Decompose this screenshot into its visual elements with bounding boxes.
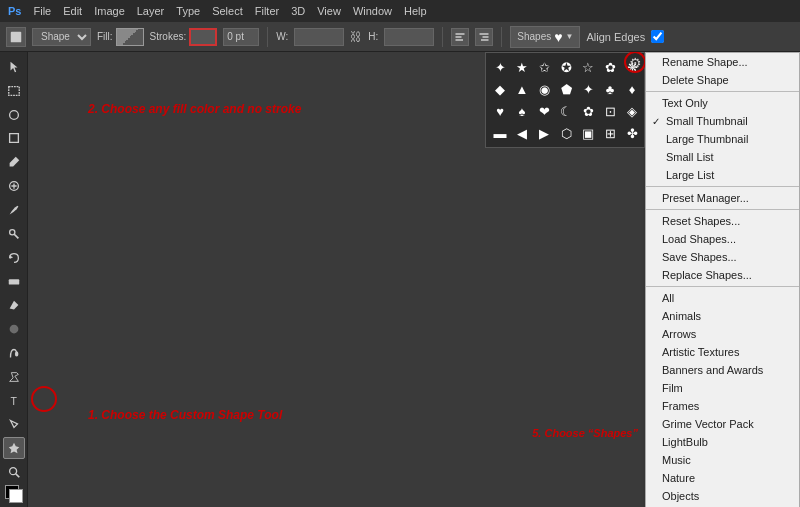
shape-cell[interactable]: ✿ [600, 57, 620, 77]
align-left-icon[interactable] [451, 28, 469, 46]
shape-cell[interactable]: ⊡ [600, 101, 620, 121]
ctx-film[interactable]: Film [646, 379, 799, 397]
ctx-save-shapes[interactable]: Save Shapes... [646, 248, 799, 266]
move-tool[interactable] [3, 56, 25, 78]
shape-cell[interactable]: ✦ [578, 79, 598, 99]
ctx-banners[interactable]: Banners and Awards [646, 361, 799, 379]
menu-view[interactable]: View [317, 5, 341, 17]
pen-tool[interactable] [3, 366, 25, 388]
eraser-tool[interactable] [3, 270, 25, 292]
shape-cell[interactable]: ♠ [512, 101, 532, 121]
shape-cell[interactable]: ✿ [578, 101, 598, 121]
menu-select[interactable]: Select [212, 5, 243, 17]
shape-cell[interactable]: ⬡ [556, 123, 576, 143]
menu-type[interactable]: Type [176, 5, 200, 17]
menu-layer[interactable]: Layer [137, 5, 165, 17]
cog-circle [624, 52, 646, 73]
width-input[interactable] [294, 28, 344, 46]
ctx-music[interactable]: Music [646, 451, 799, 469]
shape-cell[interactable]: ◉ [534, 79, 554, 99]
shape-cell[interactable]: ♥ [490, 101, 510, 121]
shape-cell[interactable]: ⊞ [600, 123, 620, 143]
paint-bucket-tool[interactable] [3, 294, 25, 316]
type-tool[interactable]: T [3, 390, 25, 412]
ctx-sep2 [646, 186, 799, 187]
path-select-tool[interactable] [3, 413, 25, 435]
ctx-nature[interactable]: Nature [646, 469, 799, 487]
shape-cell[interactable]: ◀ [512, 123, 532, 143]
toolbar: Shape Path Pixels Fill: Strokes: W: ⛓ H:… [0, 22, 800, 52]
shape-cell[interactable]: ✩ [534, 57, 554, 77]
zoom-tool[interactable] [3, 461, 25, 483]
ctx-rename-shape[interactable]: Rename Shape... [646, 53, 799, 71]
clone-tool[interactable] [3, 223, 25, 245]
ctx-large-thumbnail[interactable]: Large Thumbnail [646, 130, 799, 148]
brush-tool[interactable] [3, 199, 25, 221]
stroke-size-input[interactable] [223, 28, 259, 46]
shape-selector-button[interactable]: Shapes ♥ ▼ [510, 26, 580, 48]
eyedropper-tool[interactable] [3, 151, 25, 173]
width-label: W: [276, 31, 288, 42]
ctx-sep1 [646, 91, 799, 92]
shape-cell[interactable]: ☾ [556, 101, 576, 121]
menu-window[interactable]: Window [353, 5, 392, 17]
shape-mode-select[interactable]: Shape Path Pixels [32, 28, 91, 46]
ctx-frames[interactable]: Frames [646, 397, 799, 415]
ctx-text-only[interactable]: Text Only [646, 94, 799, 112]
fill-color-box[interactable] [116, 28, 144, 46]
custom-shape-tool[interactable] [3, 437, 25, 459]
ctx-replace-shapes[interactable]: Replace Shapes... [646, 266, 799, 284]
shape-cell[interactable]: ▬ [490, 123, 510, 143]
ctx-artistic-textures[interactable]: Artistic Textures [646, 343, 799, 361]
ctx-load-shapes[interactable]: Load Shapes... [646, 230, 799, 248]
shape-cell[interactable]: ▶ [534, 123, 554, 143]
crop-tool[interactable] [3, 127, 25, 149]
ctx-animals[interactable]: Animals [646, 307, 799, 325]
shape-cell[interactable]: ▲ [512, 79, 532, 99]
shape-cell[interactable]: ◆ [490, 79, 510, 99]
menu-image[interactable]: Image [94, 5, 125, 17]
menu-help[interactable]: Help [404, 5, 427, 17]
shape-cell[interactable]: ☆ [578, 57, 598, 77]
shape-cell[interactable]: ★ [512, 57, 532, 77]
context-menu: Rename Shape... Delete Shape Text Only ✓… [645, 52, 800, 507]
shape-cell[interactable]: ✪ [556, 57, 576, 77]
shape-cell[interactable]: ✤ [622, 123, 642, 143]
ctx-preset-manager[interactable]: Preset Manager... [646, 189, 799, 207]
history-tool[interactable] [3, 247, 25, 269]
ctx-small-list[interactable]: Small List [646, 148, 799, 166]
ps-logo[interactable]: Ps [8, 5, 21, 17]
ctx-grime[interactable]: Grime Vector Pack [646, 415, 799, 433]
shape-cell[interactable]: ⬟ [556, 79, 576, 99]
dodge-tool[interactable] [3, 342, 25, 364]
shape-cell[interactable]: ◈ [622, 101, 642, 121]
ctx-arrows[interactable]: Arrows [646, 325, 799, 343]
shape-cell[interactable]: ✦ [490, 57, 510, 77]
menu-file[interactable]: File [33, 5, 51, 17]
healing-tool[interactable] [3, 175, 25, 197]
svg-rect-6 [481, 39, 489, 41]
stroke-color-box[interactable] [189, 28, 217, 46]
shape-cell[interactable]: ▣ [578, 123, 598, 143]
menu-edit[interactable]: Edit [63, 5, 82, 17]
ctx-reset-shapes[interactable]: Reset Shapes... [646, 212, 799, 230]
align-edges-checkbox[interactable] [651, 30, 664, 43]
ctx-small-thumbnail[interactable]: ✓ Small Thumbnail [646, 112, 799, 130]
shape-cell[interactable]: ♦ [622, 79, 642, 99]
blur-tool[interactable] [3, 318, 25, 340]
lasso-tool[interactable] [3, 104, 25, 126]
shape-cell[interactable]: ❤ [534, 101, 554, 121]
ctx-large-list[interactable]: Large List [646, 166, 799, 184]
menu-3d[interactable]: 3D [291, 5, 305, 17]
heart-icon: ♥ [554, 29, 562, 45]
ctx-objects[interactable]: Objects [646, 487, 799, 505]
height-input[interactable] [384, 28, 434, 46]
menu-filter[interactable]: Filter [255, 5, 279, 17]
ctx-lightbulb[interactable]: LightBulb [646, 433, 799, 451]
ctx-delete-shape[interactable]: Delete Shape [646, 71, 799, 89]
shape-cell[interactable]: ♣ [600, 79, 620, 99]
marquee-tool[interactable] [3, 80, 25, 102]
ctx-all[interactable]: All [646, 289, 799, 307]
align-right-icon[interactable] [475, 28, 493, 46]
foreground-color[interactable] [5, 485, 23, 503]
